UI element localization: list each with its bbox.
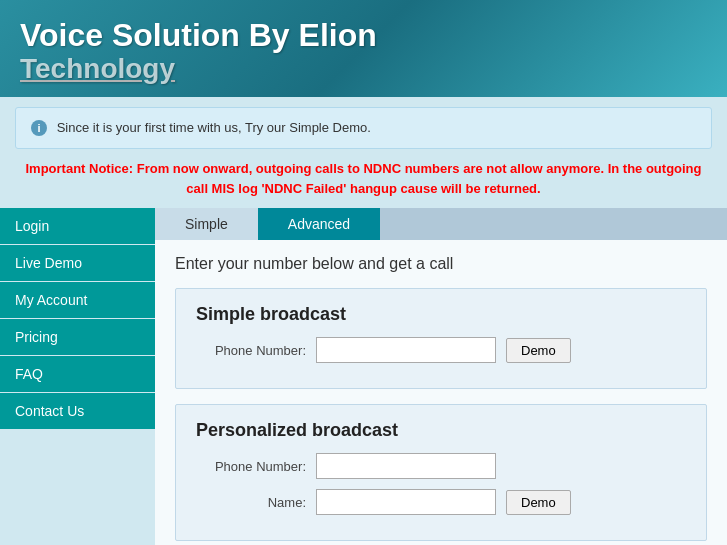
personalized-name-row: Name: Demo <box>196 489 686 515</box>
tab-simple-label: Simple <box>185 216 228 232</box>
sidebar-item-my-account[interactable]: My Account <box>0 282 155 318</box>
info-icon: i <box>31 120 47 136</box>
tab-advanced[interactable]: Advanced <box>258 208 380 240</box>
sidebar-item-live-demo[interactable]: Live Demo <box>0 245 155 281</box>
notice-text: Important Notice: From now onward, outgo… <box>15 159 712 198</box>
simple-broadcast-title: Simple broadcast <box>196 304 686 325</box>
personalized-phone-label: Phone Number: <box>196 459 316 474</box>
sidebar-item-contact-us[interactable]: Contact Us <box>0 393 155 429</box>
demo-content: Enter your number below and get a call S… <box>155 240 727 545</box>
header-title-line1: Voice Solution By Elion <box>20 18 707 53</box>
content-area: Simple Advanced Enter your number below … <box>155 208 727 545</box>
simple-phone-row: Phone Number: Demo <box>196 337 686 363</box>
personalized-phone-row: Phone Number: <box>196 453 686 479</box>
info-text: Since it is your first time with us, Try… <box>57 120 371 135</box>
main-layout: Login Live Demo My Account Pricing FAQ C… <box>0 208 727 545</box>
sidebar-item-pricing[interactable]: Pricing <box>0 319 155 355</box>
sidebar-faq-label: FAQ <box>15 366 43 382</box>
simple-demo-button[interactable]: Demo <box>506 338 571 363</box>
simple-phone-input[interactable] <box>316 337 496 363</box>
demo-heading: Enter your number below and get a call <box>175 255 707 273</box>
sidebar-live-demo-label: Live Demo <box>15 255 82 271</box>
sidebar-login-label: Login <box>15 218 49 234</box>
tab-simple[interactable]: Simple <box>155 208 258 240</box>
personalized-broadcast-section: Personalized broadcast Phone Number: Nam… <box>175 404 707 541</box>
header: Voice Solution By Elion Technology <box>0 0 727 97</box>
sidebar-contact-us-label: Contact Us <box>15 403 84 419</box>
personalized-name-label: Name: <box>196 495 316 510</box>
sidebar: Login Live Demo My Account Pricing FAQ C… <box>0 208 155 545</box>
tab-advanced-label: Advanced <box>288 216 350 232</box>
header-title-line2: Technology <box>20 53 707 85</box>
personalized-phone-input[interactable] <box>316 453 496 479</box>
personalized-broadcast-title: Personalized broadcast <box>196 420 686 441</box>
personalized-name-input[interactable] <box>316 489 496 515</box>
simple-phone-label: Phone Number: <box>196 343 316 358</box>
sidebar-my-account-label: My Account <box>15 292 87 308</box>
sidebar-pricing-label: Pricing <box>15 329 58 345</box>
sidebar-item-faq[interactable]: FAQ <box>0 356 155 392</box>
sidebar-item-login[interactable]: Login <box>0 208 155 244</box>
personalized-demo-button[interactable]: Demo <box>506 490 571 515</box>
tab-bar: Simple Advanced <box>155 208 727 240</box>
simple-broadcast-section: Simple broadcast Phone Number: Demo <box>175 288 707 389</box>
info-bar: i Since it is your first time with us, T… <box>15 107 712 149</box>
